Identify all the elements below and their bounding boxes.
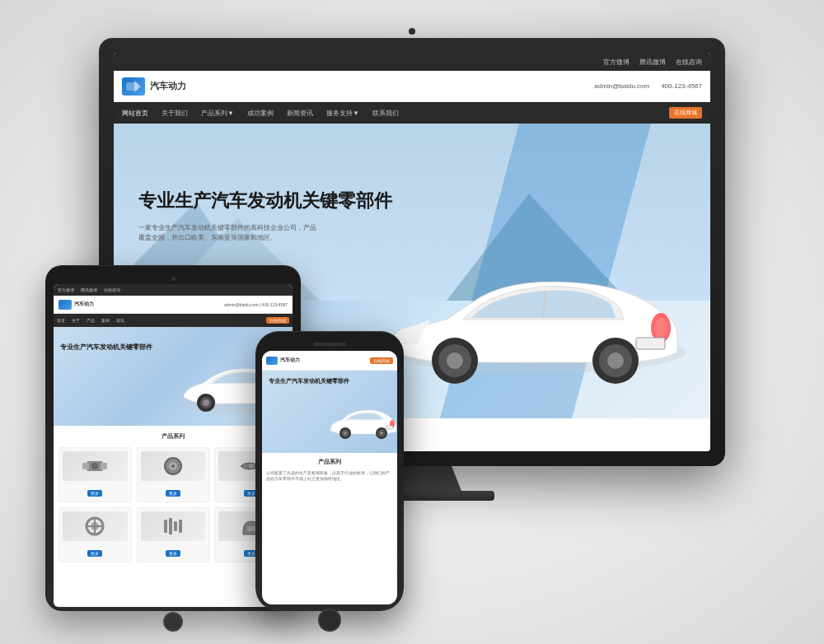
svg-rect-35 bbox=[169, 518, 172, 534]
nav-service[interactable]: 服务支持▼ bbox=[326, 109, 359, 118]
scene: 官方微博 腾讯微博 在线咨询 汽车动力 bbox=[0, 0, 824, 644]
phone-hero: 专业生产汽车发动机关键零部件 bbox=[262, 371, 397, 453]
tablet-nav-products[interactable]: 产品 bbox=[87, 318, 95, 323]
monitor-topbar: 官方微博 腾讯微博 在线咨询 bbox=[114, 53, 710, 71]
svg-rect-34 bbox=[164, 520, 167, 533]
tablet-header: 汽车动力 admin@baidu.com | 400-123-4567 bbox=[54, 296, 293, 314]
svg-marker-1 bbox=[134, 81, 141, 92]
tablet-product-img-5 bbox=[141, 511, 206, 541]
phone-logo-icon bbox=[266, 357, 278, 365]
phone-hero-car bbox=[327, 404, 397, 449]
tablet-product-btn-4[interactable]: 更多 bbox=[87, 550, 102, 557]
monitor-nav: 网站首页 关于我们 产品系列▼ 成功案例 新闻资讯 服务支持▼ 联系我们 在线商… bbox=[114, 102, 710, 124]
tablet-section-title: 产品系列 bbox=[59, 432, 288, 441]
nav-shop-btn[interactable]: 在线商城 bbox=[669, 107, 702, 119]
nav-products[interactable]: 产品系列▼ bbox=[201, 109, 234, 118]
phone-header: 汽车动力 在线商城 bbox=[262, 351, 397, 371]
nav-contact[interactable]: 联系我们 bbox=[372, 109, 399, 118]
svg-point-42 bbox=[344, 432, 347, 435]
phone-speaker bbox=[313, 343, 346, 346]
tablet-product-img bbox=[63, 451, 128, 481]
hero-desc: 一家专业生产汽车发动机关键零部件的高科技企业公司，产品覆盖全国，并出口欧美、东南… bbox=[138, 223, 320, 245]
hero-text: 专业生产汽车发动机关键零部件 一家专业生产汽车发动机关键零部件的高科技企业公司，… bbox=[138, 189, 392, 244]
tablet-topbar-weibo: 官方微博 bbox=[58, 287, 74, 292]
svg-point-45 bbox=[380, 432, 383, 435]
tablet-nav: 首页 关于 产品 案例 资讯 在线商城 bbox=[54, 314, 293, 327]
logo-text: 汽车动力 bbox=[150, 80, 186, 92]
tablet-product-grid: 更多 更多 bbox=[59, 447, 288, 562]
phone-hero-title: 专业生产汽车发动机关键零部件 bbox=[269, 377, 351, 385]
svg-point-5 bbox=[654, 318, 667, 338]
tablet-hero-title: 专业生产汽车发动机关键零部件 bbox=[60, 343, 152, 352]
phone-shop-btn[interactable]: 在线商城 bbox=[370, 357, 393, 364]
nav-cases[interactable]: 成功案例 bbox=[247, 109, 274, 118]
tablet-product-item: 更多 bbox=[59, 507, 132, 562]
phone-bezel: 汽车动力 在线商城 专业生产汽车发动机关键零部件 bbox=[255, 331, 404, 611]
tablet-logo-text: 汽车动力 bbox=[74, 301, 94, 308]
tablet-topbar: 官方微博 腾讯微博 在线咨询 bbox=[54, 284, 293, 296]
monitor-camera bbox=[409, 28, 415, 35]
nav-about[interactable]: 关于我们 bbox=[162, 109, 188, 118]
svg-rect-38 bbox=[247, 526, 255, 531]
monitor-header-right: admin@baidu.com 400-123-4567 bbox=[594, 82, 702, 90]
tablet-home-button[interactable] bbox=[163, 612, 183, 632]
tablet-nav-cases[interactable]: 案例 bbox=[101, 318, 110, 323]
svg-rect-37 bbox=[179, 520, 182, 533]
svg-rect-24 bbox=[101, 463, 107, 469]
tablet-product-img-2 bbox=[141, 451, 206, 481]
tablet-product-btn-2[interactable]: 更多 bbox=[166, 490, 180, 497]
tablet-nav-about[interactable]: 关于 bbox=[72, 318, 80, 323]
tablet-topbar-consult: 在线咨询 bbox=[104, 287, 120, 292]
svg-rect-12 bbox=[636, 338, 665, 349]
topbar-consult[interactable]: 在线咨询 bbox=[676, 58, 702, 67]
phone-products: 产品系列 公司配置了先进的生产及检测装备，以高于行业的标准，让我们的产品在汽车零… bbox=[262, 453, 397, 487]
tablet-product-item: 更多 bbox=[59, 447, 132, 502]
phone-logo-text: 汽车动力 bbox=[280, 357, 300, 364]
phone-home-button[interactable] bbox=[318, 609, 341, 632]
tablet-nav-news[interactable]: 资讯 bbox=[116, 318, 124, 323]
header-phone: 400-123-4567 bbox=[661, 82, 702, 90]
svg-rect-46 bbox=[386, 426, 393, 429]
nav-news[interactable]: 新闻资讯 bbox=[287, 109, 313, 118]
svg-point-8 bbox=[447, 352, 463, 369]
phone-logo: 汽车动力 bbox=[266, 357, 300, 365]
phone: 汽车动力 在线商城 专业生产汽车发动机关键零部件 bbox=[255, 331, 404, 611]
svg-rect-23 bbox=[82, 463, 89, 469]
topbar-tencent[interactable]: 腾讯微博 bbox=[639, 58, 666, 67]
phone-section-title: 产品系列 bbox=[266, 458, 393, 466]
hero-car-svg bbox=[381, 245, 694, 394]
svg-point-17 bbox=[203, 399, 209, 406]
topbar-weibo[interactable]: 官方微博 bbox=[603, 58, 630, 67]
phone-screen: 汽车动力 在线商城 专业生产汽车发动机关键零部件 bbox=[262, 351, 397, 604]
svg-rect-36 bbox=[174, 521, 177, 531]
monitor-header: 汽车动力 admin@baidu.com 400-123-4567 bbox=[114, 71, 710, 102]
tablet-hero-text: 专业生产汽车发动机关键零部件 bbox=[60, 343, 152, 352]
tablet-camera bbox=[171, 277, 176, 281]
tablet-product-item: 更多 bbox=[137, 507, 210, 562]
svg-point-28 bbox=[171, 464, 175, 468]
hero-car-visual bbox=[381, 245, 694, 394]
header-email: admin@baidu.com bbox=[594, 82, 649, 90]
phone-product-desc: 公司配置了先进的生产及检测装备，以高于行业的标准，让我们的产品在汽车零部件市场上… bbox=[266, 470, 393, 482]
tablet-product-btn-5[interactable]: 更多 bbox=[166, 550, 180, 557]
monitor-logo: 汽车动力 bbox=[122, 77, 186, 96]
tablet-logo: 汽车动力 bbox=[59, 300, 94, 310]
logo-icon bbox=[122, 77, 145, 96]
tablet-logo-icon bbox=[59, 300, 72, 310]
tablet-product-img-4 bbox=[63, 511, 128, 541]
tablet-shop-btn[interactable]: 在线商城 bbox=[266, 317, 289, 324]
tablet-nav-home[interactable]: 首页 bbox=[57, 318, 65, 323]
tablet-topbar-tencent: 腾讯微博 bbox=[81, 287, 97, 292]
svg-point-29 bbox=[249, 464, 254, 469]
tablet-contact: admin@baidu.com | 400-123-4567 bbox=[224, 302, 288, 307]
nav-home[interactable]: 网站首页 bbox=[122, 109, 148, 118]
hero-title: 专业生产汽车发动机关键零部件 bbox=[138, 189, 392, 213]
tablet-product-btn-1[interactable]: 更多 bbox=[87, 490, 102, 497]
svg-point-11 bbox=[607, 352, 624, 369]
tablet-product-item: 更多 bbox=[137, 447, 210, 502]
svg-point-25 bbox=[91, 463, 98, 469]
